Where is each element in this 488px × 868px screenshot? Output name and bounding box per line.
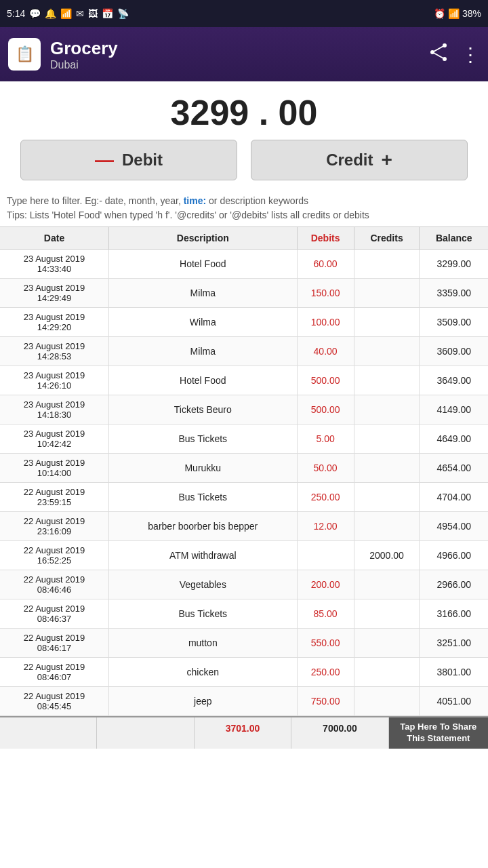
cell-description: chicken: [109, 658, 298, 687]
cell-description: Vegetables: [109, 570, 298, 599]
table-row: 23 August 201910:14:00Murukku50.004654.0…: [0, 454, 488, 483]
cell-date: 23 August 201914:28:53: [0, 337, 109, 366]
cell-description: jeep: [109, 687, 298, 716]
cell-date: 22 August 201908:46:37: [0, 599, 109, 629]
balance-amount: 3299 . 00: [171, 93, 318, 132]
footer-debit-total: 3701.00: [195, 717, 291, 749]
cell-description: Bus Tickets: [109, 483, 298, 512]
cell-credit: [354, 570, 420, 599]
cell-balance: 4654.00: [420, 454, 488, 483]
footer-credit-total: 7000.00: [291, 717, 388, 749]
cell-date: 23 August 201914:29:20: [0, 308, 109, 337]
cell-date: 22 August 201908:46:07: [0, 658, 109, 687]
cell-balance: 3299.00: [420, 250, 488, 279]
cell-debit: 40.00: [297, 337, 354, 366]
col-header-balance: Balance: [420, 227, 488, 250]
menu-icon[interactable]: ⋮: [461, 43, 480, 66]
cell-description: barber boorber bis bepper: [109, 512, 298, 541]
table-footer: 3701.00 7000.00 Tap Here To Share This S…: [0, 716, 488, 749]
cell-debit: 60.00: [297, 250, 354, 279]
table-row: 23 August 201914:33:40Hotel Food60.00329…: [0, 250, 488, 279]
cell-date: 22 August 201908:46:17: [0, 629, 109, 658]
cell-debit: 100.00: [297, 308, 354, 337]
cell-description: Tickets Beuro: [109, 395, 298, 425]
alarm-icon: ⏰: [434, 8, 445, 19]
cell-date: 23 August 201914:29:49: [0, 279, 109, 308]
filter-line2: Tips: Lists 'Hotel Food' when typed 'h f…: [7, 208, 481, 222]
status-bar: 5:14 💬 🔔 📶 ✉ 🖼 📅 📡 ⏰ 📶 38%: [0, 0, 488, 27]
footer-desc-cell: [97, 717, 194, 749]
share-icon[interactable]: [428, 43, 449, 65]
transactions-table: Date Description Debits Credits Balance …: [0, 226, 488, 749]
table-row: 22 August 201908:46:17mutton550.003251.0…: [0, 629, 488, 658]
filter-hint[interactable]: Type here to filter. Eg:- date, month, y…: [0, 190, 488, 226]
table-row: 22 August 201923:59:15Bus Tickets250.004…: [0, 483, 488, 512]
table-row: 23 August 201914:26:10Hotel Food500.0036…: [0, 366, 488, 395]
cell-balance: 4051.00: [420, 687, 488, 716]
calendar-icon: 📅: [102, 8, 113, 19]
header-title: Grocery: [50, 38, 428, 59]
table-row: 23 August 201914:18:30Tickets Beuro500.0…: [0, 395, 488, 425]
cell-description: Milma: [109, 337, 298, 366]
credit-plus-icon: +: [381, 149, 392, 171]
wifi-icon: 📡: [117, 8, 129, 19]
cell-credit: [354, 687, 420, 716]
cell-credit: [354, 366, 420, 395]
debit-button[interactable]: — Debit: [20, 140, 237, 180]
cell-description: Bus Tickets: [109, 599, 298, 629]
balance-display: 3299 . 00: [0, 81, 488, 140]
message-icon: 💬: [29, 8, 41, 19]
cell-balance: 3649.00: [420, 366, 488, 395]
cell-balance: 3801.00: [420, 658, 488, 687]
cell-debit: 50.00: [297, 454, 354, 483]
table-row: 23 August 201910:42:42Bus Tickets5.00464…: [0, 425, 488, 454]
cell-debit: 250.00: [297, 658, 354, 687]
col-header-description: Description: [109, 227, 298, 250]
cell-debit: [297, 541, 354, 570]
credit-button[interactable]: Credit +: [251, 140, 468, 180]
cell-credit: [354, 483, 420, 512]
table-header-row: Date Description Debits Credits Balance: [0, 227, 488, 250]
cell-description: Murukku: [109, 454, 298, 483]
cell-description: ATM withdrawal: [109, 541, 298, 570]
table-row: 23 August 201914:29:20Wilma100.003509.00: [0, 308, 488, 337]
cell-date: 23 August 201914:33:40: [0, 250, 109, 279]
cell-debit: 750.00: [297, 687, 354, 716]
cell-date: 23 August 201914:26:10: [0, 366, 109, 395]
footer-date-cell: [0, 717, 97, 749]
cell-credit: [354, 250, 420, 279]
cell-date: 22 August 201908:45:45: [0, 687, 109, 716]
status-right: ⏰ 📶 38%: [434, 8, 481, 19]
table-row: 22 August 201908:46:07chicken250.003801.…: [0, 658, 488, 687]
cell-credit: [354, 337, 420, 366]
cell-credit: [354, 599, 420, 629]
credit-label: Credit: [326, 151, 373, 170]
header: 📋 Grocery Dubai ⋮: [0, 27, 488, 81]
cell-debit: 150.00: [297, 279, 354, 308]
cell-credit: [354, 425, 420, 454]
share-statement-button[interactable]: Tap Here To Share This Statement: [389, 717, 488, 749]
cell-balance: 4954.00: [420, 512, 488, 541]
cell-debit: 200.00: [297, 570, 354, 599]
table-row: 22 August 201916:52:25ATM withdrawal2000…: [0, 541, 488, 570]
cell-date: 22 August 201923:59:15: [0, 483, 109, 512]
header-text: Grocery Dubai: [50, 38, 428, 71]
status-left: 5:14 💬 🔔 📶 ✉ 🖼 📅 📡: [7, 8, 129, 19]
cell-date: 22 August 201916:52:25: [0, 541, 109, 570]
table-row: 22 August 201908:45:45jeep750.004051.00: [0, 687, 488, 716]
cell-date: 22 August 201908:46:46: [0, 570, 109, 599]
svg-line-4: [432, 52, 445, 59]
table-row: 23 August 201914:28:53Milma40.003609.00: [0, 337, 488, 366]
cell-date: 22 August 201923:16:09: [0, 512, 109, 541]
cell-debit: 5.00: [297, 425, 354, 454]
gmail-icon: ✉: [76, 8, 84, 19]
cell-balance: 4149.00: [420, 395, 488, 425]
cell-credit: [354, 658, 420, 687]
battery-text: 38%: [462, 8, 481, 19]
cell-debit: 550.00: [297, 629, 354, 658]
cell-balance: 4649.00: [420, 425, 488, 454]
cell-credit: [354, 395, 420, 425]
cell-balance: 2966.00: [420, 570, 488, 599]
svg-line-3: [432, 45, 445, 52]
signal-bars: 📶: [448, 8, 460, 19]
